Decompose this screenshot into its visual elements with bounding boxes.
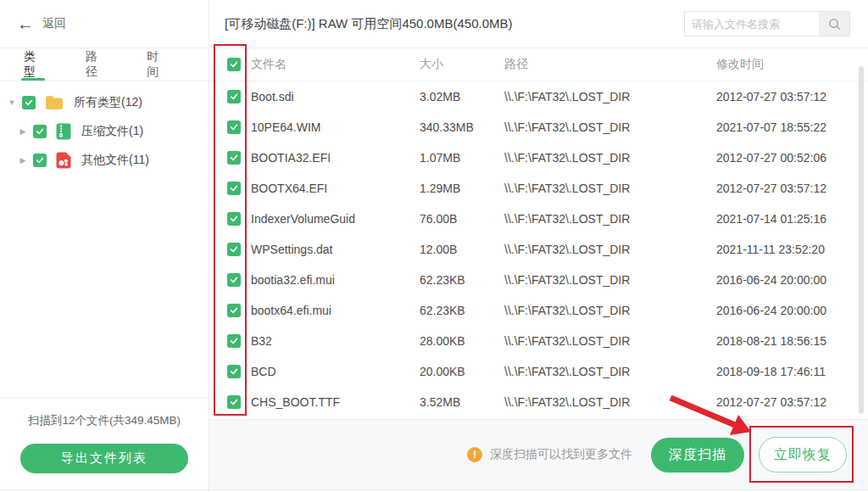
search-input[interactable] <box>685 18 819 31</box>
table-row[interactable]: BOOTIA32.EFI 1.07MB \\.\F:\FAT32\.LOST_D… <box>209 143 868 173</box>
table-row[interactable]: bootx64.efi.mui 62.23KB \\.\F:\FAT32\.LO… <box>209 295 868 326</box>
table-row[interactable]: CHS_BOOT.TTF 3.52MB \\.\F:\FAT32\.LOST_D… <box>209 387 868 417</box>
checkbox[interactable] <box>33 125 47 138</box>
search-box <box>684 11 850 36</box>
tree-item-label: 其他文件(11) <box>81 153 149 168</box>
caret-right-icon[interactable]: ▶ <box>18 127 28 136</box>
file-size: 76.00B <box>420 212 504 226</box>
caret-down-icon[interactable]: ▼ <box>7 98 17 107</box>
row-checkbox[interactable] <box>227 182 241 195</box>
file-path: \\.\F:\FAT32\.LOST_DIR <box>504 120 716 134</box>
tab-path[interactable]: 路径 <box>86 48 105 81</box>
folder-icon <box>45 95 64 110</box>
file-path: \\.\F:\FAT32\.LOST_DIR <box>504 304 716 317</box>
file-path: \\.\F:\FAT32\.LOST_DIR <box>504 365 716 378</box>
archive-file-icon <box>56 123 71 140</box>
table-row[interactable]: B32 28.00KB \\.\F:\FAT32\.LOST_DIR 2018-… <box>209 326 868 356</box>
back-arrow-icon: ← <box>17 15 34 32</box>
row-checkbox[interactable] <box>227 304 241 317</box>
main-header: [可移动磁盘(F:)] RAW 可用空间450.0MB(450.0MB) <box>209 0 868 48</box>
file-name: BOOTX64.EFI <box>251 182 420 195</box>
table-row[interactable]: IndexerVolumeGuid 76.00B \\.\F:\FAT32\.L… <box>209 204 868 234</box>
deep-scan-hint: 深度扫描可以找到更多文件 <box>490 447 632 462</box>
back-label: 返回 <box>42 16 66 31</box>
sidebar-footer: 扫描到12个文件(共349.45MB) 导出文件列表 <box>0 397 209 492</box>
sidebar: ← 返回 类型 路径 时间 ▼ 所有类型(12) ▶ <box>0 0 209 492</box>
file-time: 2012-07-27 03:57:12 <box>716 395 868 409</box>
scan-summary: 扫描到12个文件(共349.45MB) <box>0 413 209 428</box>
file-name: BCD <box>251 365 420 378</box>
column-header-path[interactable]: 路径 <box>504 57 716 72</box>
caret-right-icon[interactable]: ▶ <box>18 156 28 165</box>
file-size: 1.29MB <box>420 182 504 195</box>
file-name: CHS_BOOT.TTF <box>251 395 420 409</box>
table-row[interactable]: bootia32.efi.mui 62.23KB \\.\F:\FAT32\.L… <box>209 265 868 295</box>
column-header-size[interactable]: 大小 <box>420 57 504 72</box>
file-size: 62.23KB <box>420 273 504 287</box>
row-checkbox[interactable] <box>227 243 241 256</box>
file-size: 340.33MB <box>420 120 504 134</box>
table-row[interactable]: 10PE64.WIM 340.33MB \\.\F:\FAT32\.LOST_D… <box>209 112 868 143</box>
tree-item-all-types[interactable]: ▼ 所有类型(12) <box>0 88 209 117</box>
file-name: IndexerVolumeGuid <box>251 212 420 226</box>
tab-path-label: 路径 <box>86 49 105 80</box>
table-row[interactable]: BCD 20.00KB \\.\F:\FAT32\.LOST_DIR 2018-… <box>209 356 868 387</box>
row-checkbox[interactable] <box>227 120 241 134</box>
tab-time[interactable]: 时间 <box>147 48 166 81</box>
file-path: \\.\F:\FAT32\.LOST_DIR <box>504 273 716 287</box>
file-name: BOOTIA32.EFI <box>251 151 420 165</box>
sidebar-tabs: 类型 路径 时间 <box>0 48 209 81</box>
checkbox[interactable] <box>33 154 47 167</box>
row-checkbox[interactable] <box>227 273 241 287</box>
back-button[interactable]: ← 返回 <box>0 0 209 48</box>
file-time: 2012-07-27 03:57:12 <box>716 182 868 195</box>
row-checkbox[interactable] <box>227 365 241 378</box>
select-all-checkbox[interactable] <box>227 58 241 71</box>
row-checkbox[interactable] <box>227 90 241 103</box>
file-time: 2012-07-27 03:57:12 <box>716 90 868 103</box>
row-checkbox[interactable] <box>227 395 241 409</box>
file-size: 3.52MB <box>420 395 504 409</box>
tree-item-archive-files[interactable]: ▶ 压缩文件(1) <box>0 117 209 146</box>
tree-item-other-files[interactable]: ▶ 其他文件(11) <box>0 146 209 175</box>
other-file-icon <box>56 152 71 169</box>
file-type-tree: ▼ 所有类型(12) ▶ <box>0 81 209 175</box>
checkbox[interactable] <box>22 96 36 109</box>
file-name: B32 <box>251 334 420 348</box>
file-size: 3.02MB <box>420 90 504 103</box>
bottom-edge-divider <box>0 489 868 490</box>
file-time: 2018-08-21 18:56:15 <box>716 334 868 348</box>
file-name: WPSettings.dat <box>251 243 420 256</box>
column-header-filename[interactable]: 文件名 <box>251 57 420 72</box>
row-checkbox[interactable] <box>227 212 241 226</box>
tree-item-label: 所有类型(12) <box>74 95 142 110</box>
file-size: 12.00B <box>420 243 504 256</box>
main-panel: [可移动磁盘(F:)] RAW 可用空间450.0MB(450.0MB) 文件名… <box>209 0 868 492</box>
file-time: 2021-11-11 23:52:20 <box>716 243 868 256</box>
tree-item-label: 压缩文件(1) <box>81 124 143 139</box>
drive-title: [可移动磁盘(F:)] RAW 可用空间450.0MB(450.0MB) <box>225 16 513 32</box>
warning-icon: ! <box>467 447 482 462</box>
bottom-action-bar: ! 深度扫描可以找到更多文件 深度扫描 立即恢复 <box>209 419 868 489</box>
file-time: 2018-09-18 17:46:11 <box>716 365 868 378</box>
file-size: 1.07MB <box>420 151 504 165</box>
tab-type[interactable]: 类型 <box>24 48 43 81</box>
file-name: bootx64.efi.mui <box>251 304 420 317</box>
export-file-list-button[interactable]: 导出文件列表 <box>20 444 188 473</box>
file-path: \\.\F:\FAT32\.LOST_DIR <box>504 243 716 256</box>
table-row[interactable]: BOOTX64.EFI 1.29MB \\.\F:\FAT32\.LOST_DI… <box>209 173 868 204</box>
table-row[interactable]: Boot.sdi 3.02MB \\.\F:\FAT32\.LOST_DIR 2… <box>209 81 868 112</box>
file-size: 62.23KB <box>420 304 504 317</box>
column-header-modified[interactable]: 修改时间 <box>716 57 868 72</box>
file-path: \\.\F:\FAT32\.LOST_DIR <box>504 395 716 409</box>
row-checkbox[interactable] <box>227 334 241 348</box>
recover-now-button[interactable]: 立即恢复 <box>759 437 847 472</box>
file-time: 2021-07-14 01:25:16 <box>716 212 868 226</box>
scrollbar[interactable] <box>859 66 864 414</box>
row-checkbox[interactable] <box>227 151 241 165</box>
table-row[interactable]: WPSettings.dat 12.00B \\.\F:\FAT32\.LOST… <box>209 234 868 265</box>
deep-scan-button[interactable]: 深度扫描 <box>651 438 744 472</box>
file-path: \\.\F:\FAT32\.LOST_DIR <box>504 334 716 348</box>
search-button[interactable] <box>819 12 849 36</box>
file-path: \\.\F:\FAT32\.LOST_DIR <box>504 182 716 195</box>
